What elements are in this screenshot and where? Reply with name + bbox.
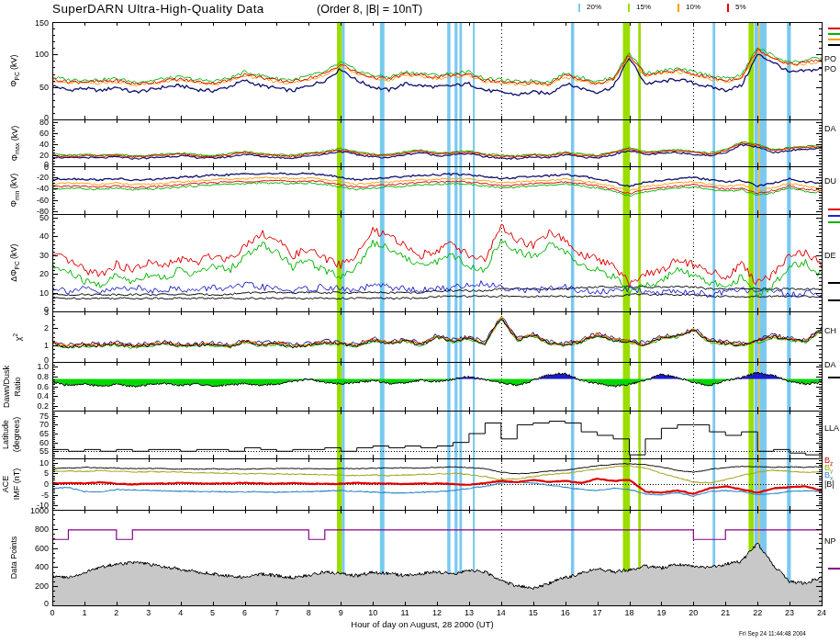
right-legend-dash: [828, 377, 840, 378]
y-tick-label: 80: [0, 118, 49, 129]
y-tick-label: 1000: [0, 506, 49, 517]
x-tick-label: 9: [332, 608, 349, 619]
right-legend-dash: [828, 221, 840, 223]
right-legend-dash: [828, 39, 840, 40]
y-tick-label: 150: [0, 18, 49, 29]
x-tick-label: 19: [653, 608, 669, 619]
x-tick-label: 21: [717, 608, 734, 619]
chart-canvas: [0, 0, 840, 643]
right-panel-label: DU: [824, 176, 840, 187]
y-tick-label: 600: [0, 544, 49, 555]
legend-label: 10%: [686, 3, 700, 11]
right-panel-label: LLA: [824, 423, 840, 434]
x-tick-label: 7: [268, 608, 285, 619]
right-legend-dash: [828, 28, 840, 29]
timestamp: Fri Sep 24 11:44:48 2004: [696, 630, 806, 637]
x-tick-label: 22: [749, 608, 766, 619]
right-legend-dash: [828, 299, 840, 301]
y-tick-label: -20: [0, 173, 49, 184]
y-tick-label: 0: [0, 163, 49, 174]
right-legend-dash: [828, 44, 840, 46]
x-tick-label: 16: [557, 608, 574, 619]
y-tick-label: -40: [0, 184, 49, 195]
y-tick-label: 400: [0, 562, 49, 573]
y-tick-label: 100: [0, 50, 49, 61]
x-tick-label: 3: [140, 608, 157, 619]
x-tick-label: 2: [108, 608, 125, 619]
right-legend-dash: [828, 215, 840, 217]
x-tick-label: 5: [205, 608, 221, 619]
x-tick-label: 24: [813, 608, 830, 619]
y-tick-label: 60: [0, 129, 49, 140]
y-tick-label: 2: [0, 323, 49, 334]
right-panel-label: NP: [824, 536, 840, 547]
x-tick-label: 18: [622, 608, 638, 619]
y-tick-label: 40: [0, 140, 49, 151]
y-tick-label: 20: [0, 269, 49, 280]
legend-swatch: [727, 4, 729, 12]
legend-swatch: [628, 4, 630, 12]
y-tick-label: 200: [0, 581, 49, 592]
legend-label: 15%: [636, 3, 651, 11]
y-tick-label: 10: [0, 288, 49, 299]
legend-swatch: [678, 4, 679, 12]
x-tick-label: 11: [397, 608, 413, 619]
x-tick-label: 6: [237, 608, 253, 619]
right-legend-dash: [828, 282, 840, 284]
right-panel-label: PO: [824, 64, 840, 75]
chart-subtitle: (Order 8, |B| = 10nT): [317, 3, 422, 16]
legend-swatch: [578, 4, 580, 12]
y-tick-label: 800: [0, 525, 49, 536]
x-tick-label: 15: [525, 608, 542, 619]
x-tick-label: 17: [589, 608, 606, 619]
right-panel-label: DA: [824, 124, 840, 135]
right-legend-dash: [828, 33, 840, 35]
y-tick-label: -60: [0, 196, 49, 207]
y-tick-label: 0: [0, 599, 49, 610]
x-tick-label: 8: [300, 608, 317, 619]
right-panel-label: DE: [824, 251, 840, 262]
x-tick-label: 4: [173, 608, 189, 619]
x-axis-label: Hour of day on August, 28 2000 (UT): [239, 619, 606, 629]
right-panel-label: DA: [824, 360, 840, 371]
x-tick-label: 10: [364, 608, 381, 619]
legend-label: 20%: [587, 3, 601, 11]
x-tick-label: 1: [76, 608, 93, 619]
x-tick-label: 23: [781, 608, 798, 619]
right-legend-dash: [828, 209, 840, 210]
right-panel-label: |B|: [824, 479, 840, 491]
right-panel-label: CH: [824, 326, 840, 337]
x-tick-label: 20: [685, 608, 701, 619]
x-tick-label: 12: [429, 608, 445, 619]
page-title: SuperDARN Ultra-High-Quality Data: [52, 2, 264, 16]
x-tick-label: 0: [44, 608, 61, 619]
y-tick-label: 30: [0, 251, 49, 262]
y-tick-label: 40: [0, 231, 49, 243]
superdarn-plot: SuperDARN Ultra-High-Quality Data (Order…: [0, 0, 840, 643]
y-tick-label: 50: [0, 83, 49, 94]
panel-y-axis-title: Data Points: [9, 494, 20, 621]
y-tick-label: 50: [0, 213, 49, 224]
right-legend-dash: [828, 568, 840, 570]
x-tick-label: 14: [493, 608, 510, 619]
x-tick-label: 13: [461, 608, 477, 619]
y-tick-label: 3: [0, 308, 49, 319]
legend-label: 5%: [735, 3, 746, 11]
